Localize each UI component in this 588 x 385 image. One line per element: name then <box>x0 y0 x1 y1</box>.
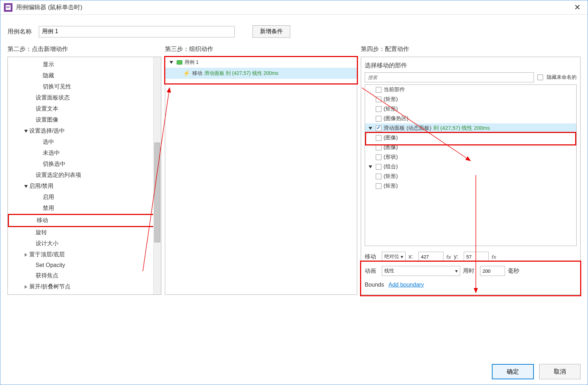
action-item[interactable]: 隐藏 <box>8 70 161 81</box>
hide-unnamed-checkbox[interactable] <box>537 75 543 80</box>
config-area: 移动 绝对位▾ x: fx y: fx 动画 线性▾ 用时 毫 <box>365 250 577 292</box>
widget-checkbox[interactable] <box>376 106 381 112</box>
action-item[interactable]: 展开/折叠树节点 <box>8 281 161 292</box>
widget-checkbox[interactable] <box>376 164 381 170</box>
x-label: x: <box>409 253 416 260</box>
fx-y-button[interactable]: fx <box>491 254 496 260</box>
widget-row[interactable]: 滑动面板 (动态面板) 到 (427,57) 线性 200ms <box>365 123 576 133</box>
widget-row[interactable]: (图像热区) <box>365 114 576 123</box>
action-item[interactable]: 切换可见性 <box>8 81 161 92</box>
widget-checkbox[interactable] <box>376 97 381 102</box>
widget-row[interactable]: (图像) <box>365 143 576 152</box>
move-type-select[interactable]: 绝对位▾ <box>382 252 406 262</box>
cancel-button[interactable]: 取消 <box>539 364 581 379</box>
fx-x-button[interactable]: fx <box>446 254 451 260</box>
scroll-thumb[interactable] <box>154 143 160 242</box>
action-item[interactable]: 旋转 <box>8 227 161 238</box>
action-label: 显示 <box>43 61 54 68</box>
action-item[interactable]: 设置选择/选中 <box>8 125 161 137</box>
action-label: 启用 <box>43 194 54 201</box>
chevron-down-icon[interactable] <box>168 61 175 64</box>
action-item[interactable]: 设计大小 <box>8 238 161 249</box>
chevron-down-icon[interactable] <box>23 130 29 133</box>
chevron-down-icon[interactable] <box>367 165 374 168</box>
search-input[interactable] <box>365 72 534 82</box>
dur-unit: 毫秒 <box>508 267 522 275</box>
chevron-right-icon[interactable] <box>23 285 29 289</box>
chevron-down-icon[interactable] <box>23 185 29 188</box>
action-item[interactable]: 设置面板状态 <box>8 92 161 103</box>
widget-checkbox[interactable] <box>376 154 381 160</box>
widget-row[interactable]: (矩形) <box>365 171 576 181</box>
hide-unnamed-label: 隐藏未命名的 <box>547 74 577 81</box>
widget-label: (矩形) <box>384 173 398 180</box>
action-item[interactable]: 移动 <box>8 214 161 227</box>
chevron-down-icon[interactable] <box>367 127 374 130</box>
action-item[interactable]: 置于顶层/底层 <box>8 249 161 260</box>
ok-button[interactable]: 确定 <box>492 364 534 379</box>
widget-checkbox[interactable] <box>376 125 381 131</box>
actions-panel: 显示隐藏切换可见性设置面板状态设置文本设置图像设置选择/选中选中未选中切换选中设… <box>7 57 161 295</box>
action-item[interactable]: 选中 <box>8 137 161 148</box>
dialog-footer: 确定 取消 <box>485 359 588 385</box>
x-input[interactable] <box>418 252 443 262</box>
widget-row[interactable]: (矩形) <box>365 94 576 104</box>
widget-row[interactable]: 当前部件 <box>365 85 576 94</box>
add-condition-button[interactable]: 新增条件 <box>253 25 290 38</box>
action-item[interactable]: 切换选中 <box>8 159 161 170</box>
widget-row[interactable]: (矩形) <box>365 104 576 114</box>
case-icon <box>177 60 182 65</box>
case-row[interactable]: 用例 1 <box>165 57 357 68</box>
action-item[interactable]: 启用 <box>8 192 161 203</box>
action-label: 置于顶层/底层 <box>29 251 65 258</box>
y-label: y: <box>454 253 461 260</box>
widget-row[interactable]: (形状) <box>365 152 576 162</box>
action-item[interactable]: 未选中 <box>8 148 161 159</box>
action-label: 设置图像 <box>36 116 58 124</box>
case-name-input[interactable] <box>39 26 235 37</box>
widget-checkbox[interactable] <box>376 174 381 179</box>
step2-column: 第二步：点击新增动作 显示隐藏切换可见性设置面板状态设置文本设置图像设置选择/选… <box>7 45 161 295</box>
action-label: 切换可见性 <box>43 83 71 91</box>
action-item[interactable]: 禁用 <box>8 203 161 214</box>
anim-label: 动画 <box>365 267 379 275</box>
widget-checkbox[interactable] <box>376 135 381 141</box>
add-boundary-link[interactable]: Add boundary <box>389 282 424 288</box>
chevron-right-icon[interactable] <box>23 253 29 257</box>
action-label: 旋转 <box>36 229 47 236</box>
widget-checkbox[interactable] <box>376 183 381 189</box>
case-name-text: 用例 1 <box>184 59 199 66</box>
y-input[interactable] <box>464 252 489 262</box>
actions-tree: 显示隐藏切换可见性设置面板状态设置文本设置图像设置选择/选中选中未选中切换选中设… <box>8 57 161 294</box>
bolt-icon: ⚡ <box>183 70 190 77</box>
widget-row[interactable]: (组合) <box>365 162 576 171</box>
action-label: 获得焦点 <box>36 272 58 279</box>
widget-tree: 当前部件(矩形)(矩形)(图像热区)滑动面板 (动态面板) 到 (427,57)… <box>365 84 577 246</box>
step3-column: 第三步：组织动作 用例 1 ⚡ 移动 滑动面板 到 (427,57) 线性 20… <box>165 45 357 295</box>
action-row[interactable]: ⚡ 移动 滑动面板 到 (427,57) 线性 200ms <box>165 68 357 79</box>
action-detail: 滑动面板 到 (427,57) 线性 200ms <box>204 70 279 77</box>
action-item[interactable]: Set Opacity <box>8 260 161 270</box>
action-prefix: 移动 <box>192 70 202 77</box>
widget-checkbox[interactable] <box>376 145 381 150</box>
action-label: 设置选定的列表项 <box>36 171 81 179</box>
close-icon[interactable]: ✕ <box>571 3 584 12</box>
action-label: 选中 <box>43 138 54 146</box>
anim-config-row: 动画 线性▾ 用时 毫秒 <box>365 264 577 278</box>
action-item[interactable]: 启用/禁用 <box>8 181 161 192</box>
action-item[interactable]: 显示 <box>8 59 161 70</box>
action-item[interactable]: 获得焦点 <box>8 270 161 281</box>
dur-input[interactable] <box>480 266 505 276</box>
action-item[interactable]: 设置文本 <box>8 103 161 114</box>
widget-checkbox[interactable] <box>376 87 381 93</box>
scrollbar-v[interactable] <box>153 57 161 294</box>
widget-checkbox[interactable] <box>376 116 381 122</box>
anim-type-select[interactable]: 线性▾ <box>382 266 460 276</box>
action-item[interactable]: 设置选定的列表项 <box>8 170 161 181</box>
action-label: 移动 <box>37 217 48 224</box>
widget-row[interactable]: (图像) <box>365 133 576 143</box>
widget-label: (组合) <box>384 163 398 170</box>
case-name-label: 用例名称 <box>7 27 32 36</box>
action-item[interactable]: 设置图像 <box>8 114 161 125</box>
widget-row[interactable]: (矩形) <box>365 181 576 191</box>
